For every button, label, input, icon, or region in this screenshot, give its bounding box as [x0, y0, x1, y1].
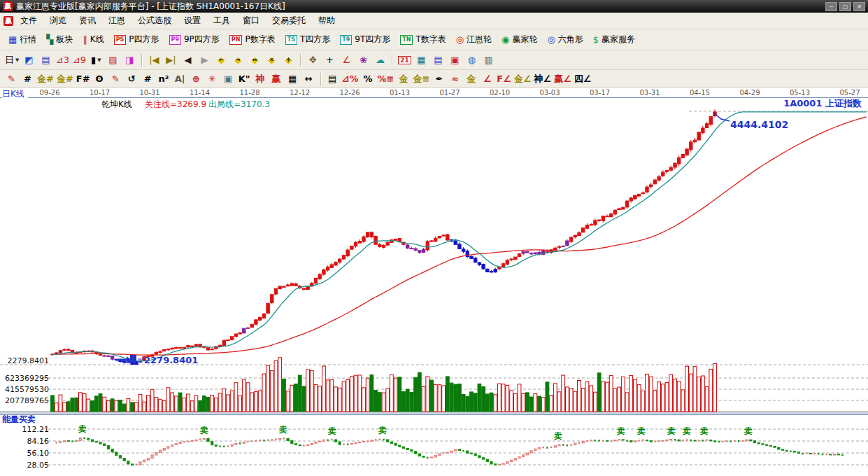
- qiankun-pattern-icon[interactable]: ▨: [104, 52, 121, 67]
- mini-kline-3-icon[interactable]: ⊿3: [54, 52, 71, 67]
- angle-gold-icon[interactable]: 金∠: [513, 72, 533, 86]
- angle-j-icon[interactable]: ∠: [479, 72, 495, 86]
- kline-pattern-icon[interactable]: ◩: [20, 52, 37, 67]
- t-table-button[interactable]: TNT数字表: [395, 32, 451, 47]
- date-tick: 12-12: [290, 89, 310, 97]
- notepad-icon[interactable]: ▤: [429, 52, 446, 67]
- cloud-tool-icon[interactable]: ☁: [371, 52, 388, 67]
- mdi-child-icon[interactable]: 赢: [3, 16, 13, 26]
- menu-item-1[interactable]: 文件: [14, 13, 43, 29]
- t-square-button[interactable]: TST四方形: [280, 32, 336, 47]
- hexagon-button[interactable]: ◎六角形: [542, 32, 588, 47]
- win-ruler-icon[interactable]: 赢: [269, 72, 285, 86]
- width-arrows-icon[interactable]: ↔: [301, 72, 317, 86]
- diamond-compress-icon[interactable]: ◆✕: [263, 52, 280, 67]
- circle-arrow-icon[interactable]: ↺: [124, 72, 140, 86]
- gann-wheel-button[interactable]: ◎江恩轮: [451, 32, 497, 47]
- calculator-icon[interactable]: ▦: [413, 52, 429, 67]
- pen-2-icon[interactable]: ✎: [108, 72, 124, 86]
- prev-bar-icon[interactable]: ◀: [179, 52, 196, 67]
- close-button[interactable]: ✕: [853, 2, 865, 11]
- quotes-button[interactable]: ▦行情: [3, 32, 41, 47]
- chart-area[interactable]: 卖卖卖卖卖卖卖卖卖卖卖卖 乾坤K线 关注线=3269.9 出局线=3170.3 …: [0, 98, 868, 476]
- diamond-expand-icon[interactable]: ◆↔: [246, 52, 263, 67]
- gann-pen-icon[interactable]: ✎: [3, 72, 20, 86]
- gold-grid-icon[interactable]: 金#: [36, 72, 55, 86]
- calendar-icon[interactable]: 21: [396, 52, 413, 67]
- globe-icon[interactable]: ◍: [463, 52, 480, 67]
- angle-measure-icon[interactable]: ∠: [338, 52, 355, 67]
- minimize-button[interactable]: ─: [825, 2, 837, 11]
- volume-bar: [438, 385, 441, 412]
- next-bar-icon[interactable]: ▶: [196, 52, 213, 67]
- hand-tool-icon[interactable]: ✥: [304, 52, 321, 67]
- diamond-left-icon[interactable]: ◆←: [213, 52, 229, 67]
- print-icon[interactable]: ▥: [480, 52, 497, 67]
- kline-button[interactable]: ∥K线: [78, 32, 108, 47]
- menu-item-8[interactable]: 窗口: [236, 13, 266, 29]
- angle-f-icon[interactable]: F∠: [495, 72, 513, 86]
- menu-item-9[interactable]: 交易委托: [266, 13, 312, 29]
- p-square-button[interactable]: PSP四方形: [109, 32, 164, 47]
- menu-item-6[interactable]: 设置: [178, 13, 207, 29]
- ink-pen-icon[interactable]: ✒: [431, 72, 447, 86]
- candle-body: [690, 142, 692, 150]
- period-day-selector[interactable]: 日▼: [3, 52, 20, 67]
- indicator-bar: [411, 449, 413, 451]
- gold-circle-icon[interactable]: 金: [395, 72, 411, 86]
- kline-chart[interactable]: 卖卖卖卖卖卖卖卖卖卖卖卖 乾坤K线 关注线=3269.9 出局线=3170.3 …: [0, 98, 868, 476]
- gold-grid-2-icon[interactable]: 金#: [55, 72, 75, 86]
- shen-ruler-icon[interactable]: 神: [252, 72, 269, 86]
- target-red-icon[interactable]: ⊕: [188, 72, 204, 86]
- grid-123-icon[interactable]: ▦: [285, 72, 301, 86]
- gold-lines-icon[interactable]: 金≡: [411, 72, 431, 86]
- candle-style-selector[interactable]: ▮▼: [87, 52, 104, 67]
- mini-kline-9-icon[interactable]: ⊿9: [71, 52, 87, 67]
- diamond-right-icon[interactable]: ◆→: [229, 52, 246, 67]
- gold-box-icon[interactable]: 金: [463, 72, 479, 86]
- sectors-button[interactable]: ▚板块: [41, 32, 78, 47]
- menu-item-5[interactable]: 公式选股: [131, 13, 178, 29]
- angle-shen-icon[interactable]: 神∠: [533, 72, 553, 86]
- wave-tool-icon[interactable]: ≈: [447, 72, 463, 86]
- ruler-icon[interactable]: #: [140, 72, 156, 86]
- list-percent-icon[interactable]: ▤: [325, 72, 341, 86]
- angle-four-icon[interactable]: 四∠: [573, 72, 593, 86]
- menu-item-10[interactable]: 帮助: [312, 13, 341, 29]
- square-target-icon[interactable]: ▣: [220, 72, 236, 86]
- winner-service-button[interactable]: $赢家服务: [588, 32, 640, 47]
- gann-flower-tool-icon[interactable]: ❀: [355, 52, 371, 67]
- star-target-icon[interactable]: ✳: [204, 72, 220, 86]
- menu-item-3[interactable]: 资讯: [73, 13, 102, 29]
- 9t-square-button[interactable]: T99T四方形: [335, 32, 395, 47]
- winner-wheel-button[interactable]: ◉赢家轮: [497, 32, 542, 47]
- volume-style-icon[interactable]: ◨: [121, 52, 138, 67]
- volume-bar: [270, 371, 273, 412]
- save-icon[interactable]: ▣: [446, 52, 463, 67]
- f-grid-icon[interactable]: F#: [75, 72, 92, 86]
- spiral-icon[interactable]: ʘ: [92, 72, 108, 86]
- indicator-dot: [255, 440, 257, 441]
- info-doc-icon[interactable]: ▤: [37, 52, 54, 67]
- candle-body: [490, 272, 492, 272]
- percent-lines-icon[interactable]: %≡: [376, 72, 396, 86]
- angle-win-icon[interactable]: 赢∠: [553, 72, 573, 86]
- n-squared-icon[interactable]: n²: [156, 72, 172, 86]
- first-page-icon[interactable]: |◀: [145, 52, 162, 67]
- menu-item-7[interactable]: 工具: [207, 13, 236, 29]
- maximize-button[interactable]: ▢: [839, 2, 851, 11]
- ma-short-line: [52, 112, 867, 361]
- last-page-icon[interactable]: ▶|: [162, 52, 179, 67]
- menu-item-4[interactable]: 江恩: [102, 13, 131, 29]
- diamond-cross-icon[interactable]: ◆✛: [280, 52, 297, 67]
- indicator-dot: [682, 440, 683, 441]
- 9p-square-button[interactable]: P99P四方形: [164, 32, 225, 47]
- text-tool-icon[interactable]: A|: [172, 72, 188, 86]
- menu-item-2[interactable]: 浏览: [43, 13, 73, 29]
- percent-slope-icon[interactable]: ⊿%: [341, 72, 360, 86]
- k-marks-icon[interactable]: K": [236, 72, 252, 86]
- price-grid-icon[interactable]: #: [20, 72, 36, 86]
- crosshair-tool-icon[interactable]: +: [321, 52, 338, 67]
- p-table-button[interactable]: PNP数字表: [225, 32, 280, 47]
- percent-icon[interactable]: %: [360, 72, 376, 86]
